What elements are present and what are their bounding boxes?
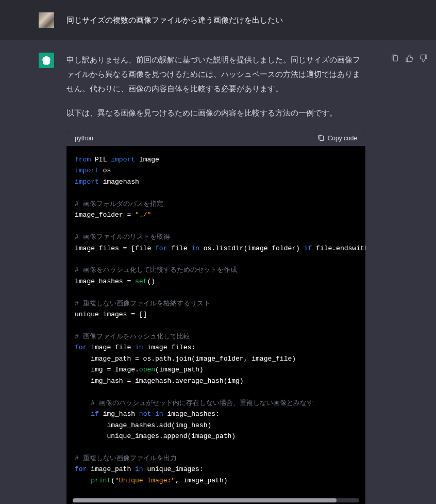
clipboard-icon [317,135,325,142]
thumbs-down-button[interactable] [419,54,428,63]
thumbs-up-icon [405,54,413,62]
svg-rect-0 [320,136,323,140]
thumbs-down-icon [420,54,428,62]
user-avatar [39,12,54,28]
conversation-title: 同じサイズの複数の画像ファイルから違う画像だけを出したい [66,14,283,26]
code-body[interactable]: from PIL import Image import os import i… [66,146,365,494]
paragraph-1: 申し訳ありません、前回の誤解に基づいた説明を提供しました。同じサイズの画像ファイ… [66,53,365,95]
assistant-logo-icon [41,55,52,66]
response-row: 申し訳ありません、前回の誤解に基づいた説明を提供しました。同じサイズの画像ファイ… [0,40,436,504]
copy-code-button[interactable]: Copy code [317,135,357,142]
thumbs-up-button[interactable] [405,54,414,63]
clipboard-icon [391,54,399,62]
conversation-header: 同じサイズの複数の画像ファイルから違う画像だけを出したい [0,0,436,40]
message-content: 申し訳ありません、前回の誤解に基づいた説明を提供しました。同じサイズの画像ファイ… [66,53,365,504]
code-block-header: python Copy code [66,131,365,146]
copy-message-button[interactable] [390,54,399,63]
message-actions [390,54,428,63]
svg-rect-1 [393,56,397,61]
horizontal-scrollbar[interactable] [73,498,359,502]
copy-code-label: Copy code [328,135,357,142]
assistant-avatar [39,53,54,68]
code-block: python Copy code from PIL import Image i… [66,131,365,504]
code-content: from PIL import Image import os import i… [75,154,357,486]
code-language-label: python [75,135,93,142]
paragraph-2: 以下は、異なる画像を見つけるために画像の内容を比較する方法の一例です。 [66,106,365,120]
